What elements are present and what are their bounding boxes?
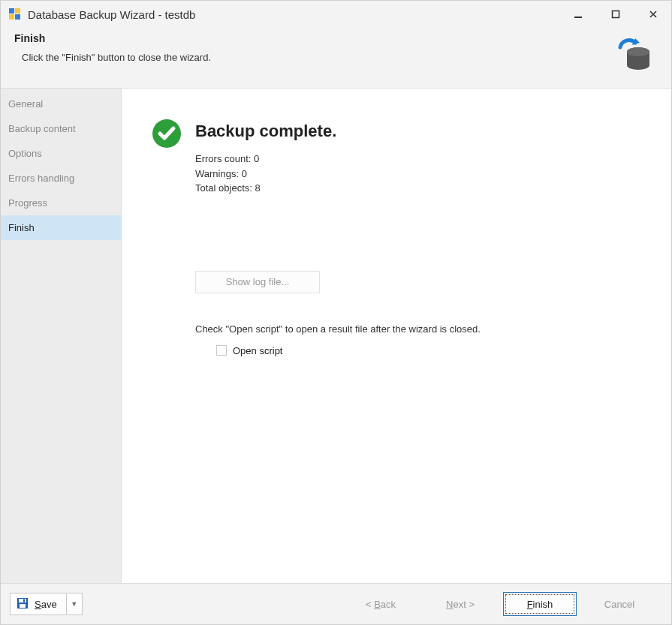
save-button-group: Save ▼	[10, 593, 83, 615]
save-dropdown-caret[interactable]: ▼	[67, 593, 83, 615]
svg-rect-2	[9, 14, 14, 20]
status-heading: Backup complete.	[195, 122, 481, 141]
open-script-label: Open script	[233, 345, 282, 356]
objects-line: Total objects: 8	[195, 181, 481, 196]
sidebar-item-options[interactable]: Options	[1, 141, 121, 166]
status-text: Backup complete. Errors count: 0 Warning…	[195, 119, 481, 356]
page-subtitle: Click the "Finish" button to close the w…	[22, 52, 613, 63]
svg-rect-12	[23, 599, 25, 602]
save-button[interactable]: Save	[10, 593, 67, 615]
wizard-footer: Save ▼ < Back Next > Finish Cancel	[1, 583, 671, 624]
sidebar-item-errors-handling[interactable]: Errors handling	[1, 166, 121, 191]
warnings-value: 0	[242, 168, 247, 179]
cancel-label: Cancel	[604, 599, 634, 610]
warnings-line: Warnings: 0	[195, 167, 481, 182]
database-refresh-icon	[613, 32, 655, 74]
sidebar-item-finish[interactable]: Finish	[1, 215, 121, 240]
svg-rect-3	[15, 14, 20, 20]
next-label: Next >	[446, 599, 475, 610]
errors-value: 0	[254, 153, 259, 164]
cancel-button[interactable]: Cancel	[583, 592, 656, 616]
wizard-header: Finish Click the "Finish" button to clos…	[1, 28, 671, 89]
svg-rect-5	[613, 11, 619, 18]
chevron-down-icon: ▼	[71, 600, 77, 608]
svg-rect-4	[574, 17, 582, 18]
status-stats: Errors count: 0 Warnings: 0 Total object…	[195, 152, 481, 196]
sidebar-item-progress[interactable]: Progress	[1, 191, 121, 215]
sidebar-item-general[interactable]: General	[1, 92, 121, 116]
finish-button[interactable]: Finish	[503, 592, 577, 616]
close-icon[interactable]	[644, 5, 662, 23]
save-label: Save	[35, 599, 57, 610]
window-controls	[569, 5, 665, 23]
wizard-body: General Backup content Options Errors ha…	[1, 89, 671, 583]
open-script-hint: Check "Open script" to open a result fil…	[195, 323, 481, 335]
window-title: Database Backup Wizard - testdb	[28, 8, 569, 21]
app-icon	[8, 8, 22, 21]
save-icon	[17, 597, 29, 611]
objects-value: 8	[255, 182, 261, 194]
svg-rect-0	[9, 8, 14, 14]
page-title: Finish	[14, 32, 613, 44]
sidebar-item-backup-content[interactable]: Backup content	[1, 116, 121, 141]
finish-label: Finish	[527, 599, 553, 610]
warnings-label: Warnings:	[195, 168, 239, 179]
open-script-row: Open script	[216, 345, 481, 356]
back-label: < Back	[366, 599, 396, 610]
minimize-icon[interactable]	[569, 5, 587, 23]
errors-label: Errors count:	[195, 153, 251, 164]
status-row: Backup complete. Errors count: 0 Warning…	[152, 119, 649, 356]
svg-point-7	[627, 47, 649, 56]
maximize-icon[interactable]	[607, 5, 625, 23]
next-button[interactable]: Next >	[423, 592, 497, 616]
header-text: Finish Click the "Finish" button to clos…	[14, 32, 613, 63]
show-log-file-button[interactable]: Show log file...	[195, 271, 320, 293]
success-check-icon	[152, 119, 182, 149]
back-button[interactable]: < Back	[344, 592, 417, 616]
content-pane: Backup complete. Errors count: 0 Warning…	[122, 89, 671, 583]
wizard-window: Database Backup Wizard - testdb Finish C…	[0, 0, 672, 625]
sidebar: General Backup content Options Errors ha…	[1, 89, 122, 583]
svg-rect-11	[20, 604, 26, 608]
svg-rect-10	[19, 599, 26, 602]
errors-line: Errors count: 0	[195, 152, 481, 167]
objects-label: Total objects:	[195, 182, 252, 194]
svg-rect-1	[15, 8, 20, 14]
title-bar: Database Backup Wizard - testdb	[1, 1, 671, 28]
open-script-checkbox[interactable]	[216, 345, 227, 356]
